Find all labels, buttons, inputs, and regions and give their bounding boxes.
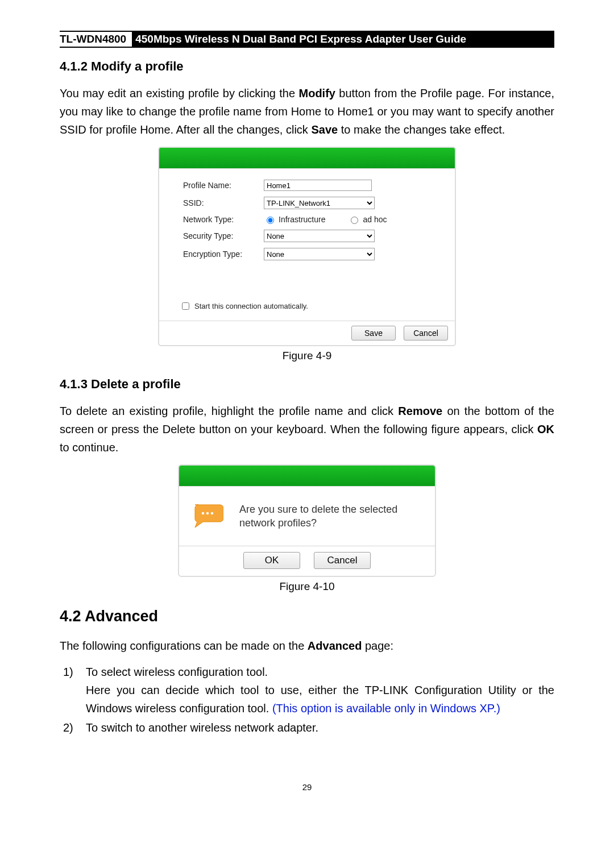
ssid-select[interactable]: TP-LINK_Network1 — [264, 197, 375, 209]
svg-point-2 — [211, 512, 213, 514]
auto-connect-checkbox[interactable]: Start this connection automatically. — [180, 297, 445, 317]
section-4-2-title: 4.2 Advanced — [60, 608, 554, 625]
cancel-button[interactable]: Cancel — [314, 552, 371, 569]
encryption-type-label: Encryption Type: — [180, 245, 260, 263]
security-type-select[interactable]: None — [264, 230, 375, 242]
figure-4-9-caption: Figure 4-9 — [60, 350, 554, 362]
infrastructure-radio-input[interactable] — [267, 217, 274, 224]
dialog-titlebar — [159, 148, 455, 169]
cancel-button[interactable]: Cancel — [404, 326, 448, 340]
ok-button[interactable]: OK — [243, 552, 300, 569]
profile-form: Profile Name: SSID: TP-LINK_Network1 Net… — [180, 177, 391, 263]
security-type-label: Security Type: — [180, 227, 260, 245]
adhoc-radio-input[interactable] — [351, 217, 358, 224]
svg-point-0 — [202, 512, 204, 514]
infrastructure-radio[interactable]: Infrastructure — [264, 215, 325, 224]
confirm-text: Are you sure to delete the selected netw… — [239, 502, 420, 530]
adhoc-radio[interactable]: ad hoc — [348, 215, 387, 224]
page-header: TL-WDN4800 450Mbps Wireless N Dual Band … — [60, 31, 554, 48]
page-number: 29 — [60, 782, 554, 792]
encryption-type-select[interactable]: None — [264, 248, 375, 260]
svg-point-1 — [206, 512, 209, 514]
save-button[interactable]: Save — [351, 326, 396, 340]
profile-name-input[interactable] — [264, 180, 372, 191]
speech-bubble-icon — [192, 504, 223, 529]
advanced-list: 1) To select wireless configuration tool… — [63, 663, 554, 737]
section-4-1-2-title: 4.1.2 Modify a profile — [60, 59, 554, 74]
guide-title: 450Mbps Wireless N Dual Band PCI Express… — [132, 32, 554, 47]
delete-confirm-dialog: Are you sure to delete the selected netw… — [178, 464, 436, 577]
section-4-1-3-para: To delete an existing profile, highlight… — [60, 402, 554, 456]
auto-connect-checkbox-input[interactable] — [182, 302, 189, 310]
figure-4-10-caption: Figure 4-10 — [60, 580, 554, 593]
dialog-titlebar — [179, 466, 435, 487]
section-4-1-3-title: 4.1.3 Delete a profile — [60, 377, 554, 392]
xp-only-note: (This option is available only in Window… — [272, 702, 500, 715]
model-number: TL-WDN4800 — [60, 32, 132, 47]
network-type-label: Network Type: — [180, 212, 260, 227]
profile-name-label: Profile Name: — [180, 177, 260, 194]
section-4-2-intro: The following configurations can be made… — [60, 637, 554, 655]
ssid-label: SSID: — [180, 194, 260, 212]
section-4-1-2-para: You may edit an existing profile by clic… — [60, 84, 554, 139]
list-item: 1) To select wireless configuration tool… — [63, 663, 554, 717]
list-item: 2) To switch to another wireless network… — [63, 719, 554, 737]
modify-profile-dialog: Profile Name: SSID: TP-LINK_Network1 Net… — [158, 147, 456, 346]
